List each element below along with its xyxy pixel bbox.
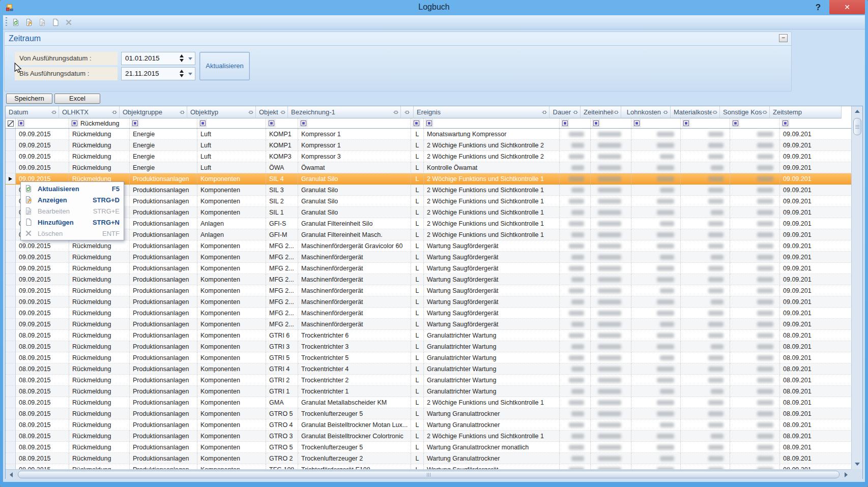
pin-icon[interactable]: [572, 109, 578, 115]
filter-bezeichnung[interactable]: [298, 118, 411, 128]
pin-icon[interactable]: [762, 109, 768, 115]
table-row[interactable]: 09.09.2015 Rückmeldung Produktionsanlage…: [6, 263, 852, 274]
von-datum-input[interactable]: 01.01.2015: [121, 52, 195, 65]
help-button[interactable]: ?: [811, 1, 825, 14]
table-row[interactable]: 09.09.2015 Rückmeldung Produktionsanlage…: [6, 185, 852, 196]
filter-datum[interactable]: [16, 118, 69, 128]
filter-zeitstempel[interactable]: [780, 118, 852, 128]
table-row[interactable]: 08.09.2015 Rückmeldung Produktionsanlage…: [6, 408, 852, 419]
von-datum-dropdown-icon[interactable]: [188, 57, 192, 60]
scroll-up-button[interactable]: [852, 106, 862, 116]
speichern-button[interactable]: Speichern: [6, 94, 52, 104]
filter-icon[interactable]: [683, 120, 689, 126]
refresh-button[interactable]: [10, 17, 21, 28]
menu-item-anzeigen[interactable]: Anzeigen STRG+D: [21, 194, 124, 205]
pin-icon[interactable]: [541, 109, 547, 115]
filter-gutter-cell[interactable]: [6, 118, 16, 128]
filter-flag[interactable]: [411, 118, 424, 128]
von-datum-spinner[interactable]: [180, 54, 184, 62]
column-header-bezeichnung[interactable]: Bezeichnung-1: [288, 106, 401, 118]
aktualisieren-button[interactable]: Aktualisieren: [199, 52, 250, 80]
filter-dauer[interactable]: [560, 118, 591, 128]
filter-olhktx[interactable]: Rückmeldung: [69, 118, 130, 128]
filter-sonstige-kosten[interactable]: [730, 118, 780, 128]
filter-icon[interactable]: [269, 120, 274, 126]
pin-icon[interactable]: [393, 109, 399, 115]
filter-icon[interactable]: [72, 120, 77, 126]
filter-lohnkosten[interactable]: [631, 118, 681, 128]
filter-icon[interactable]: [783, 120, 788, 126]
excel-button[interactable]: Excel: [54, 94, 100, 104]
filter-icon[interactable]: [426, 120, 432, 126]
pin-icon[interactable]: [613, 109, 619, 115]
scroll-left-button[interactable]: [6, 470, 17, 480]
table-row[interactable]: 08.09.2015 Rückmeldung Produktionsanlage…: [6, 442, 852, 453]
column-header-sonstige-kosten[interactable]: Sonstige Kosten: [720, 106, 770, 118]
table-row[interactable]: 09.09.2015 Rückmeldung Produktionsanlage…: [6, 173, 852, 185]
table-row[interactable]: 09.09.2015 Rückmeldung Produktionsanlage…: [6, 207, 852, 218]
filter-icon[interactable]: [132, 120, 138, 126]
filter-icon[interactable]: [634, 120, 640, 126]
table-row[interactable]: 08.09.2015 Rückmeldung Produktionsanlage…: [6, 386, 852, 397]
column-header-objektgruppe[interactable]: Objektgruppe: [120, 106, 187, 118]
table-row[interactable]: 09.09.2015 Rückmeldung Produktionsanlage…: [6, 218, 852, 229]
table-row[interactable]: 08.09.2015 Rückmeldung Produktionsanlage…: [6, 431, 852, 442]
view-button[interactable]: [23, 17, 35, 28]
vertical-scrollbar[interactable]: [851, 106, 862, 469]
table-row[interactable]: 09.09.2015 Rückmeldung Produktionsanlage…: [6, 196, 852, 207]
column-header-lohnkosten[interactable]: Lohnkosten: [621, 106, 671, 118]
collapse-panel-button[interactable]: −: [779, 34, 788, 42]
table-row[interactable]: 08.09.2015 Rückmeldung Produktionsanlage…: [6, 341, 852, 352]
filter-objektgruppe[interactable]: [130, 118, 197, 128]
table-row[interactable]: 09.09.2015 Rückmeldung Produktionsanlage…: [6, 285, 852, 296]
scroll-down-button[interactable]: [852, 459, 862, 469]
table-row[interactable]: 08.09.2015 Rückmeldung Produktionsanlage…: [6, 419, 852, 431]
horizontal-scroll-thumb[interactable]: [18, 471, 840, 478]
pin-icon[interactable]: [51, 109, 57, 115]
filter-icon[interactable]: [562, 120, 568, 126]
table-row[interactable]: 09.09.2015 Rückmeldung Produktionsanlage…: [6, 274, 852, 285]
table-row[interactable]: 09.09.2015 Rückmeldung Produktionsanlage…: [6, 319, 852, 330]
horizontal-scrollbar[interactable]: [6, 469, 852, 479]
filter-clear-icon[interactable]: [8, 120, 14, 127]
table-row[interactable]: 09.09.2015 Rückmeldung Produktionsanlage…: [6, 252, 852, 263]
table-row[interactable]: 08.09.2015 Rückmeldung Produktionsanlage…: [6, 363, 852, 375]
column-header-flag[interactable]: [401, 106, 414, 118]
table-row[interactable]: 08.09.2015 Rückmeldung Produktionsanlage…: [6, 352, 852, 363]
menu-item-aktualisieren[interactable]: Aktualisieren F5: [21, 183, 124, 194]
menu-item-hinzufuegen[interactable]: Hinzufügen STRG+N: [21, 217, 124, 228]
pin-icon[interactable]: [111, 109, 118, 115]
column-header-objekt[interactable]: Objekt: [256, 106, 288, 118]
column-header-objekttyp[interactable]: Objekttyp: [187, 106, 256, 118]
table-row[interactable]: 09.09.2015 Rückmeldung Energie Luft ÖWA …: [6, 162, 852, 173]
filter-icon[interactable]: [301, 120, 306, 126]
pin-icon[interactable]: [662, 109, 669, 115]
column-header-ereignis[interactable]: Ereignis: [414, 106, 549, 118]
table-row[interactable]: 08.09.2015 Rückmeldung Produktionsanlage…: [6, 397, 852, 408]
table-row[interactable]: 08.09.2015 Rückmeldung Produktionsanlage…: [6, 375, 852, 386]
table-row[interactable]: 09.09.2015 Rückmeldung Produktionsanlage…: [6, 240, 852, 252]
column-header-datum[interactable]: Datum: [6, 106, 59, 118]
column-header-materialkosten[interactable]: Materialkosten: [671, 106, 720, 118]
vertical-scroll-thumb[interactable]: [853, 118, 861, 135]
table-row[interactable]: 09.09.2015 Rückmeldung Energie Luft KOMP…: [6, 151, 852, 162]
filter-icon[interactable]: [733, 120, 738, 126]
titlebar[interactable]: Logbuch ? ✕: [0, 0, 868, 15]
pin-icon[interactable]: [248, 109, 254, 115]
close-button[interactable]: ✕: [829, 0, 865, 14]
pin-icon[interactable]: [404, 109, 410, 115]
column-header-zeitstempel[interactable]: Zeitstemp: [770, 106, 842, 118]
table-row[interactable]: 09.09.2015 Rückmeldung Energie Luft KOMP…: [6, 140, 852, 151]
table-row[interactable]: 08.09.2015 Rückmeldung Produktionsanlage…: [6, 464, 852, 469]
pin-icon[interactable]: [179, 109, 185, 115]
column-header-olhktx[interactable]: OLHKTX: [59, 106, 120, 118]
filter-materialkosten[interactable]: [681, 118, 730, 128]
table-row[interactable]: 08.09.2015 Rückmeldung Produktionsanlage…: [6, 453, 852, 464]
table-row[interactable]: 09.09.2015 Rückmeldung Energie Luft KOMP…: [6, 129, 852, 140]
filter-objekttyp[interactable]: [197, 118, 266, 128]
bis-datum-input[interactable]: 21.11.2015: [121, 67, 195, 80]
filter-ereignis[interactable]: [424, 118, 560, 128]
toolbar-grip[interactable]: [6, 17, 7, 27]
column-header-zeiteinheit[interactable]: Zeiteinheit: [581, 106, 621, 118]
filter-zeiteinheit[interactable]: [591, 118, 631, 128]
